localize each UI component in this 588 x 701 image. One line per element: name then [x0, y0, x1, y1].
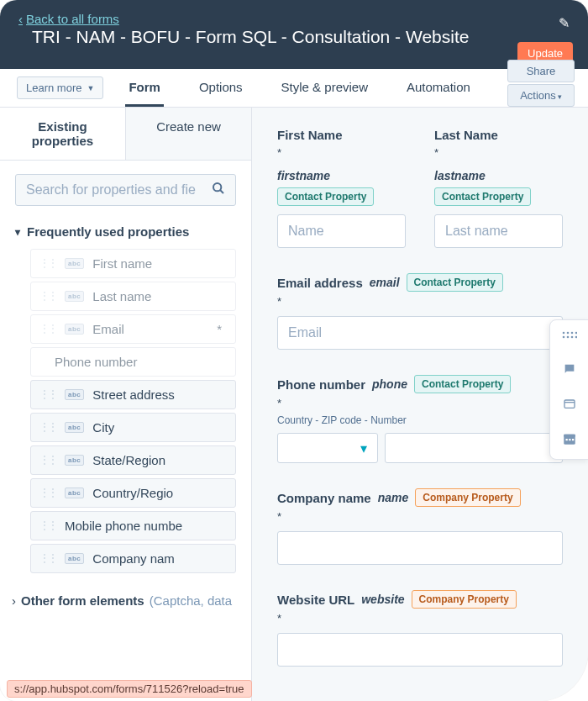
prop-country[interactable]: ⋮⋮ abc Country/Regio [30, 478, 236, 508]
drag-handle-icon: ⋮⋮ [39, 556, 56, 561]
prop-label: City [92, 420, 114, 435]
property-list: ⋮⋮ abc First name ⋮⋮ abc Last name ⋮⋮ ab… [0, 249, 251, 573]
phone-number-input[interactable] [385, 433, 563, 463]
prop-first-name[interactable]: ⋮⋮ abc First name [30, 249, 236, 278]
prop-email[interactable]: ⋮⋮ abc Email * [30, 314, 236, 344]
learn-more-dropdown[interactable]: Learn more ▼ [17, 76, 103, 99]
other-hint: (Captcha, data [150, 593, 232, 608]
field-api-name: website [361, 593, 404, 606]
required-marker: * [277, 612, 563, 625]
svg-rect-10 [564, 400, 575, 408]
prop-company[interactable]: ⋮⋮ abc Company nam [30, 544, 236, 573]
search-wrap [0, 161, 251, 219]
back-link[interactable]: ‹ Back to all forms [18, 12, 119, 26]
field-label: Phone number [277, 377, 365, 392]
page-title: TRI - NAM - BOFU - Form SQL - Consultati… [32, 27, 469, 47]
svg-point-7 [567, 336, 570, 339]
svg-point-8 [571, 336, 574, 339]
drag-handle-icon: ⋮⋮ [39, 261, 56, 266]
svg-point-4 [571, 332, 574, 335]
prop-label: Mobile phone numbe [65, 519, 182, 533]
learn-more-label: Learn more [26, 82, 81, 94]
back-link-label: Back to all forms [26, 12, 119, 26]
company-input[interactable] [277, 531, 563, 565]
prop-mobile[interactable]: ⋮⋮ Mobile phone numbe [30, 511, 236, 540]
field-company[interactable]: Company name name Company Property * [277, 488, 563, 565]
left-tabs: Existing properties Create new [0, 108, 251, 161]
last-name-input[interactable] [434, 214, 563, 248]
other-label: Other form elements [21, 593, 144, 608]
required-marker: * [277, 146, 406, 159]
section-title: Frequently used properties [27, 224, 189, 239]
field-label: Email address [277, 276, 363, 290]
actions-dropdown[interactable]: Actions▾ [507, 84, 575, 107]
prop-label: Last name [92, 289, 151, 303]
svg-point-6 [563, 336, 565, 339]
chevron-right-icon: › [12, 593, 16, 608]
field-api-name: email [370, 276, 400, 289]
prop-city[interactable]: ⋮⋮ abc City [30, 413, 236, 442]
search-box[interactable] [15, 174, 236, 206]
section-other-elements[interactable]: › Other form elements (Captcha, data [0, 573, 251, 608]
badge-company-property: Company Property [412, 590, 517, 609]
prop-label: Street address [92, 387, 175, 402]
status-url-preview: s://app.hubspot.com/forms/711526?reload=… [7, 680, 252, 698]
calendar-icon[interactable] [562, 431, 577, 451]
first-name-input[interactable] [277, 214, 406, 248]
search-input[interactable] [26, 182, 212, 198]
email-input[interactable] [277, 316, 563, 350]
prop-label: State/Region [92, 453, 165, 467]
field-first-name[interactable]: First Name * firstname Contact Property [277, 128, 406, 248]
field-phone[interactable]: Phone number phone Contact Property * Co… [277, 375, 563, 463]
archive-icon[interactable] [562, 397, 577, 414]
prop-label: Country/Regio [92, 486, 173, 500]
row-name: First Name * firstname Contact Property … [277, 128, 563, 248]
svg-line-1 [220, 190, 223, 193]
field-label: Company name [277, 491, 371, 505]
left-tab-existing[interactable]: Existing properties [0, 108, 125, 160]
svg-rect-14 [566, 439, 568, 440]
actions-label: Actions [520, 89, 556, 102]
required-marker: * [277, 510, 563, 523]
prop-phone[interactable]: Phone number [30, 347, 236, 377]
prop-last-name[interactable]: ⋮⋮ abc Last name [30, 282, 236, 311]
edit-title-icon[interactable]: ✎ [559, 15, 570, 31]
field-label: Last Name [434, 128, 498, 142]
prop-street[interactable]: ⋮⋮ abc Street address [30, 380, 236, 409]
required-marker: * [434, 146, 563, 159]
phone-input-row: ▾ [277, 433, 563, 463]
tab-style-preview[interactable]: Style & preview [278, 70, 371, 107]
drag-handle-icon: ⋮⋮ [39, 457, 56, 463]
prop-label: Phone number [55, 355, 137, 369]
prop-label: Email [92, 322, 124, 336]
field-email[interactable]: Email address email Contact Property * [277, 273, 563, 350]
website-input[interactable] [277, 633, 563, 667]
field-last-name[interactable]: Last Name * lastname Contact Property [434, 128, 563, 248]
phone-country-select[interactable]: ▾ [277, 433, 378, 463]
section-frequently-used[interactable]: ▾ Frequently used properties [0, 219, 251, 249]
field-website[interactable]: Website URL website Company Property * [277, 590, 563, 667]
toolbar: Learn more ▼ Form Options Style & previe… [0, 69, 588, 108]
search-icon[interactable] [212, 182, 225, 198]
badge-contact-property: Contact Property [434, 187, 531, 206]
badge-contact-property: Contact Property [407, 273, 503, 292]
tab-automation[interactable]: Automation [403, 70, 474, 107]
left-tab-create[interactable]: Create new [125, 108, 251, 160]
field-hint: Country - ZIP code - Number [277, 414, 563, 426]
share-button[interactable]: Share [507, 60, 575, 82]
prop-state[interactable]: ⋮⋮ abc State/Region [30, 445, 236, 475]
grid-icon[interactable] [562, 329, 577, 345]
field-api-name: name [378, 491, 409, 504]
badge-contact-property: Contact Property [277, 187, 374, 206]
tab-options[interactable]: Options [196, 70, 246, 107]
drag-handle-icon: ⋮⋮ [39, 392, 56, 398]
prop-label: Company nam [92, 551, 175, 566]
badge-contact-property: Contact Property [414, 375, 511, 393]
field-api-name: lastname [434, 169, 563, 182]
field-label: First Name [277, 128, 343, 142]
chat-icon[interactable] [562, 362, 577, 380]
tab-form[interactable]: Form [125, 70, 164, 107]
drag-handle-icon: ⋮⋮ [39, 326, 56, 332]
chevron-down-icon: ▼ [87, 84, 94, 92]
field-api-name: phone [372, 377, 407, 391]
